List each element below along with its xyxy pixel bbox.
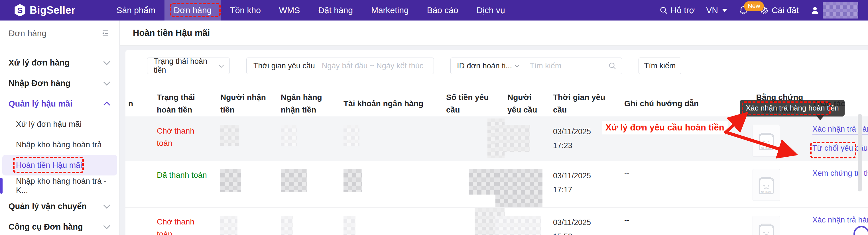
evidence-cell[interactable]: No Image <box>747 161 812 207</box>
chevron-down-icon <box>103 58 110 65</box>
redacted-cell <box>220 215 238 235</box>
redacted-cell <box>220 169 241 192</box>
note-cell: -- <box>614 208 747 235</box>
sidebar-header: Đơn hàng <box>0 21 119 46</box>
sidebar-item-order-tools[interactable]: Công cụ Đơn hàng <box>0 216 119 235</box>
refund-status-cell: Đã thanh toán <box>157 161 220 207</box>
sidebar-item-order-processing[interactable]: Xử lý đơn hàng <box>0 53 119 73</box>
no-image-placeholder: No Image <box>752 125 780 157</box>
search-type-select[interactable]: ID đơn hoàn ti... <box>451 58 524 74</box>
sidebar-item-label: Nhập Đơn hàng <box>8 79 70 88</box>
sidebar-item-aftersales-refund[interactable]: Hoàn tiền Hậu mãi <box>2 155 117 175</box>
sidebar-item-return-warehouse-k[interactable]: Nhập kho hàng hoàn trả - K... <box>0 175 119 196</box>
search-icon <box>608 62 617 70</box>
nav-item-wms[interactable]: WMS <box>270 0 309 21</box>
evidence-cell[interactable]: No Image <box>747 208 812 235</box>
search-icon <box>659 6 668 14</box>
filter-bar: Trạng thái hoàn tiền Thời gian yêu cầu N… <box>147 58 868 74</box>
sidebar-item-return-warehouse[interactable]: Nhập kho hàng hoàn trả <box>0 134 119 155</box>
search-type-value: ID đơn hoàn ti... <box>457 62 512 70</box>
redacted-cell <box>343 215 355 235</box>
user-icon <box>810 5 820 15</box>
svg-text:S: S <box>18 6 23 15</box>
search-button[interactable]: Tìm kiếm <box>639 58 681 74</box>
column-header-n: n <box>125 97 157 110</box>
refund-status-select-value: Trạng thái hoàn tiền <box>154 57 219 75</box>
sidebar-item-label: Nhập kho hàng hoàn trả - K... <box>16 177 109 195</box>
chevron-down-icon <box>515 63 519 67</box>
request-hour: 17:17 <box>553 183 614 197</box>
refund-status-cell: Chờ thanh toán <box>157 117 220 161</box>
redacted-cell <box>343 125 360 146</box>
sidebar-item-label: Công cụ Đơn hàng <box>8 222 83 232</box>
no-image-label: No Image <box>761 191 772 193</box>
chevron-down-icon <box>103 202 110 208</box>
no-image-icon: No Image <box>756 129 776 152</box>
sidebar-item-label: Xử lý đơn hàng <box>8 58 69 68</box>
settings-button[interactable]: Cài đặt <box>760 5 799 15</box>
sidebar-item-import-orders[interactable]: Nhập Đơn hàng <box>0 73 119 94</box>
redacted-cell <box>281 215 293 235</box>
nav-item-products[interactable]: Sản phẩm <box>107 0 165 21</box>
chevron-down-icon <box>103 79 110 86</box>
nav-item-marketing[interactable]: Marketing <box>362 0 418 21</box>
top-navbar: S BigSeller Sản phẩm Đơn hàng Tồn kho WM… <box>0 0 868 21</box>
redacted-cell <box>281 169 307 192</box>
notifications-button[interactable]: New <box>739 5 748 15</box>
confirm-return-refund-link[interactable]: Xác nhận trả hàng ... <box>812 215 868 225</box>
sidebar-item-shipping-management[interactable]: Quản lý vận chuyển <box>0 196 119 216</box>
chevron-down-icon <box>103 222 110 229</box>
request-time-label: Thời gian yêu cầu <box>253 62 315 70</box>
nav-item-services[interactable]: Dịch vụ <box>467 0 514 21</box>
nav-item-orders[interactable]: Đơn hàng <box>164 0 221 21</box>
nav-item-purchase[interactable]: Đặt hàng <box>309 0 362 21</box>
main-nav: Sản phẩm Đơn hàng Tồn kho WMS Đặt hàng M… <box>107 0 514 21</box>
brand-logo[interactable]: S BigSeller <box>14 3 75 17</box>
no-image-placeholder: No Image <box>752 215 780 235</box>
evidence-cell[interactable]: No Image <box>747 117 812 161</box>
request-time-cell: 03/11/2025 15:52 <box>553 208 614 235</box>
no-image-label: No Image <box>761 146 772 149</box>
nav-item-reports[interactable]: Báo cáo <box>418 0 467 21</box>
vertical-scrollbar[interactable] <box>858 114 862 192</box>
page-title: Hoàn tiền Hậu mãi <box>133 28 210 38</box>
chevron-up-icon <box>103 101 110 108</box>
language-selector[interactable]: VN <box>706 5 727 15</box>
sidebar-menu: Xử lý đơn hàng Nhập Đơn hàng Quản lý hậu… <box>0 46 119 235</box>
bigseller-logo-icon: S <box>14 3 26 17</box>
support-button[interactable]: Hỗ trợ <box>659 5 695 15</box>
page-header: Hoàn tiền Hậu mãi <box>120 21 868 45</box>
sidebar: Đơn hàng Xử lý đơn hàng Nhập Đơn hàng Qu… <box>0 21 120 235</box>
column-header-note: Ghi chú hướng dẫn <box>614 97 747 110</box>
support-label: Hỗ trợ <box>671 5 695 15</box>
user-account[interactable] <box>810 2 858 19</box>
new-badge: New <box>744 1 764 12</box>
column-header-requester: Người yêu cầu <box>507 91 553 116</box>
search-combo: ID đơn hoàn ti... <box>451 58 622 74</box>
keyword-search-input[interactable] <box>524 62 608 70</box>
tooltip-caret <box>816 115 825 120</box>
request-time-cell: 03/11/2025 17:17 <box>553 161 614 207</box>
redacted-username <box>823 2 858 19</box>
settings-label: Cài đặt <box>772 5 799 15</box>
redacted-cell <box>495 125 530 152</box>
active-item-indicator <box>0 178 3 194</box>
action-tooltip: Xác nhận trả hàng hoàn tiền <box>740 100 845 116</box>
column-header-refund-status: Trạng thái hoàn tiền <box>157 91 220 116</box>
collapse-sidebar-icon[interactable] <box>101 29 110 38</box>
request-time-range-picker[interactable]: Thời gian yêu cầu Ngày bắt đầu ~ Ngày kế… <box>246 58 434 74</box>
refund-status-select[interactable]: Trạng thái hoàn tiền <box>147 58 230 74</box>
sidebar-item-label: Xử lý đơn hậu mãi <box>16 120 82 129</box>
table-row: Chờ thanh toán 03/11/2025 17:23 No Image <box>125 117 868 161</box>
annotation-note: Xử lý đơn yêu cầu hoàn tiền <box>602 121 728 134</box>
sidebar-item-aftersales-orders[interactable]: Xử lý đơn hậu mãi <box>0 114 119 134</box>
table-row: Đã thanh toán 03/11/2025 17:17 -- No Ima… <box>125 161 868 208</box>
column-header-bank-account: Tài khoản ngân hàng <box>343 97 446 110</box>
sidebar-item-aftersales-management[interactable]: Quản lý hậu mãi <box>0 94 119 114</box>
redacted-cell <box>495 215 541 235</box>
sidebar-title: Đơn hàng <box>8 29 46 38</box>
nav-item-inventory[interactable]: Tồn kho <box>221 0 270 21</box>
no-image-placeholder: No Image <box>752 169 780 201</box>
sidebar-item-label: Hoàn tiền Hậu mãi <box>16 161 82 170</box>
redacted-cell <box>343 169 362 192</box>
